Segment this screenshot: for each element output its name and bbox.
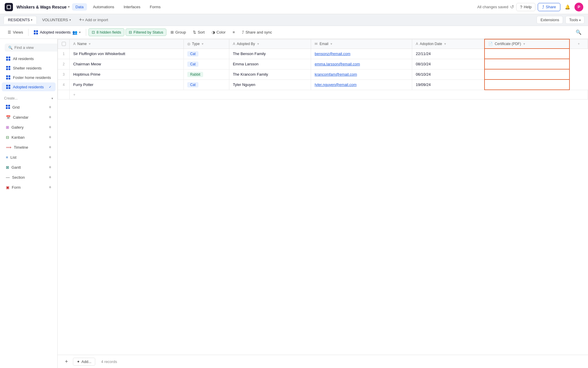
sparkle-icon: ✦ <box>77 359 80 364</box>
sidebar-item-foster-home-residents[interactable]: Foster home residents <box>2 73 56 82</box>
share-sync-button[interactable]: ⤴ Share and sync <box>239 29 275 36</box>
col-add-header[interactable]: + <box>569 39 588 49</box>
create-calendar[interactable]: 📅 Calendar + <box>2 112 56 122</box>
row-adopted-by-2[interactable]: Emma Larsson <box>229 59 311 69</box>
create-chevron-icon[interactable]: ▾ <box>51 97 53 100</box>
row-cert-4[interactable] <box>485 79 569 90</box>
tab-residents[interactable]: RESIDENTS ▾ <box>4 16 37 24</box>
checkbox-header[interactable] <box>58 39 70 49</box>
color-button[interactable]: ◑ Color <box>209 29 228 36</box>
find-view-search[interactable]: 🔍 <box>5 44 58 52</box>
col-name-label: Name <box>77 42 87 46</box>
row-num-4: 4 <box>58 79 70 90</box>
row-cert-3[interactable] <box>485 69 569 79</box>
filter-button[interactable]: ⊟ Filtered by Status <box>126 29 166 36</box>
svg-rect-17 <box>9 85 10 87</box>
tab-volunteers[interactable]: VOLUNTEERS ▾ <box>38 16 75 24</box>
row-date-2[interactable]: 08/10/24 <box>412 59 485 69</box>
svg-rect-14 <box>6 78 8 79</box>
view-chevron-icon: ▾ <box>79 31 81 34</box>
view-people-icon: 👥 <box>72 30 77 35</box>
col-header-certificate[interactable]: 📄 Certificate (PDF) ▾ <box>485 39 569 49</box>
row-email-2[interactable]: emma.larsson@email.com <box>311 59 412 69</box>
header-checkbox[interactable] <box>62 42 66 46</box>
create-gallery[interactable]: ⊞ Gallery + <box>2 122 56 132</box>
row-name-1[interactable]: Sir Fluffington von Whiskerbutt <box>70 49 184 59</box>
create-gantt[interactable]: ⊠ Gantt + <box>2 163 56 172</box>
nav-forms[interactable]: Forms <box>146 3 164 11</box>
view-name-label: Adopted residents <box>40 30 71 34</box>
gantt-icon: ⊠ <box>6 165 9 170</box>
row-name-2[interactable]: Chairman Meow <box>70 59 184 69</box>
col-header-name[interactable]: A Name ▾ <box>70 39 184 49</box>
row-email-4[interactable]: tyler.nguyen@email.com <box>311 79 412 90</box>
tab-bar: RESIDENTS ▾ VOLUNTEERS ▾ + + Add or impo… <box>0 14 588 26</box>
search-button[interactable]: 🔍 <box>574 28 583 37</box>
row-name-4[interactable]: Furry Potter <box>70 79 184 90</box>
sidebar-item-adopted-residents[interactable]: Adopted residents ✓ <box>2 82 56 91</box>
help-button[interactable]: ? Help <box>516 3 536 11</box>
hidden-fields-button[interactable]: ⊡ 8 hidden fields <box>88 28 124 36</box>
create-kanban[interactable]: ⊟ Kanban + <box>2 132 56 142</box>
view-name-button[interactable]: Adopted residents 👥 ▾ <box>31 29 83 36</box>
extensions-button[interactable]: Extensions <box>537 16 563 24</box>
fields-button[interactable]: ≡ <box>230 29 238 36</box>
find-view-input[interactable] <box>14 45 58 50</box>
nav-automations[interactable]: Automations <box>89 3 118 11</box>
sort-icon: ⇅ <box>193 30 196 34</box>
row-adopted-by-4[interactable]: Tyler Nguyen <box>229 79 311 90</box>
group-button[interactable]: ⊞ Group <box>168 29 189 36</box>
create-section[interactable]: — Section + <box>2 173 56 182</box>
col-header-type[interactable]: ◎ Type ▾ <box>183 39 229 49</box>
row-adopted-by-3[interactable]: The Krancom Family <box>229 69 311 79</box>
sidebar-item-all-residents[interactable]: All residents <box>2 54 56 63</box>
svg-rect-7 <box>9 59 10 61</box>
sort-button[interactable]: ⇅ Sort <box>190 29 208 36</box>
row-type-3[interactable]: Rabbit <box>183 69 229 79</box>
row-email-3[interactable]: krancomfam@email.com <box>311 69 412 79</box>
col-header-adopted-by[interactable]: A Adopted By ▾ <box>229 39 311 49</box>
create-form[interactable]: ▣ Form + <box>2 183 56 192</box>
row-date-1[interactable]: 22/11/24 <box>412 49 485 59</box>
sidebar-item-shelter-residents[interactable]: Shelter residents <box>2 64 56 72</box>
notifications-button[interactable]: 🔔 <box>563 2 572 12</box>
records-count: 4 records <box>101 359 117 364</box>
create-list[interactable]: ≡ List + <box>2 152 56 162</box>
footer-add-button[interactable]: + <box>62 357 71 366</box>
create-grid[interactable]: Grid + <box>2 102 56 112</box>
row-type-1[interactable]: Cat <box>183 49 229 59</box>
sidebar-item-label: Shelter residents <box>13 66 42 70</box>
ext-tools: Extensions Tools ▾ <box>537 16 584 24</box>
row-type-4[interactable]: Cat <box>183 79 229 90</box>
nav-interfaces[interactable]: Interfaces <box>120 3 144 11</box>
col-header-email[interactable]: ✉ Email ▾ <box>311 39 412 49</box>
share-button[interactable]: ⤴ Share <box>538 3 560 11</box>
plus-icon: + <box>49 105 51 110</box>
add-row-cell[interactable]: + <box>70 90 588 100</box>
plus-icon: + <box>49 175 51 180</box>
row-cert-2[interactable] <box>485 59 569 69</box>
row-email-1[interactable]: bensonz@email.com <box>311 49 412 59</box>
avatar[interactable]: P <box>574 3 583 11</box>
data-table: A Name ▾ ◎ Type ▾ A Adopted By ▾ <box>58 39 588 100</box>
row-type-2[interactable]: Cat <box>183 59 229 69</box>
share-label: Share <box>546 5 556 9</box>
plus-icon: + <box>79 17 82 23</box>
row-name-3[interactable]: Hoptimus Prime <box>70 69 184 79</box>
footer-add-label-button[interactable]: ✦ Add... <box>73 358 95 366</box>
add-tab-button[interactable]: + + Add or import <box>76 15 111 24</box>
create-timeline[interactable]: ⟹ Timeline + <box>2 142 56 152</box>
row-cert-1[interactable] <box>485 49 569 59</box>
svg-rect-20 <box>6 105 8 107</box>
views-toggle-button[interactable]: ☰ Views <box>5 29 26 36</box>
nav-data[interactable]: Data <box>72 3 87 11</box>
text-icon: A <box>73 42 75 46</box>
col-type-label: Type <box>192 42 200 46</box>
col-header-adoption-date[interactable]: A Adoption Date ▾ <box>412 39 485 49</box>
all-changes-text: All changes saved <box>477 5 508 9</box>
row-date-3[interactable]: 06/10/24 <box>412 69 485 79</box>
tools-button[interactable]: Tools ▾ <box>565 16 584 24</box>
add-row[interactable]: + <box>58 90 588 100</box>
row-adopted-by-1[interactable]: The Benson Family <box>229 49 311 59</box>
row-date-4[interactable]: 19/09/24 <box>412 79 485 90</box>
